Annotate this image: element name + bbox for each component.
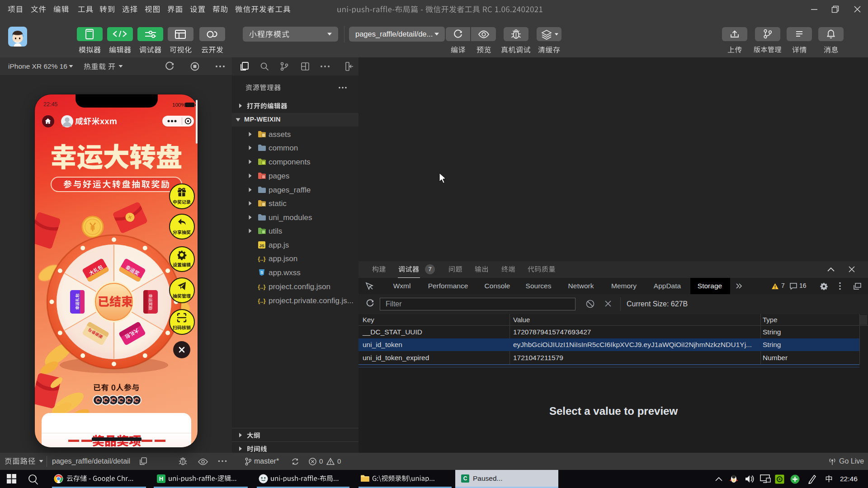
svg-text:S: S	[260, 270, 263, 275]
svg-text:{..}: {..}	[258, 283, 265, 290]
svg-text:{..}: {..}	[258, 255, 265, 262]
svg-text:JS: JS	[259, 244, 264, 248]
svg-text:{..}: {..}	[258, 297, 265, 304]
